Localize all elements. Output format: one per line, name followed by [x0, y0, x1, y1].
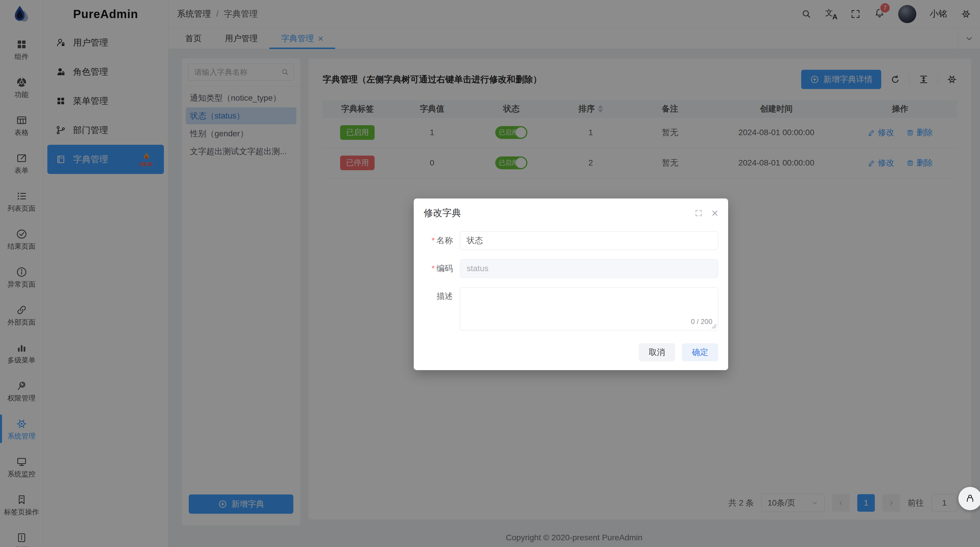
code-label: 编码: [424, 263, 460, 274]
code-input: [460, 259, 718, 278]
maximize-icon[interactable]: [695, 209, 703, 217]
name-input[interactable]: [460, 231, 718, 250]
dialog-tools: ×: [695, 207, 718, 219]
person-arms-up-icon: [964, 492, 976, 505]
code-field-row: 编码: [424, 259, 718, 278]
resize-handle-icon[interactable]: [711, 323, 717, 329]
cancel-button[interactable]: 取消: [639, 343, 675, 361]
name-label: 名称: [424, 235, 460, 246]
desc-textarea[interactable]: [460, 287, 718, 330]
dialog-title: 修改字典: [424, 207, 461, 219]
desc-label: 描述: [424, 287, 460, 302]
confirm-button[interactable]: 确定: [682, 343, 718, 361]
app-screen: 组件 功能 表格: [0, 0, 980, 547]
desc-field-row: 描述 0 / 200: [424, 287, 718, 330]
layout-settings-float-button[interactable]: [958, 487, 980, 510]
name-field-row: 名称: [424, 231, 718, 250]
dialog-form: 名称 编码 描述 0 / 200: [424, 231, 718, 330]
dialog-head: 修改字典 ×: [424, 206, 718, 220]
close-icon[interactable]: ×: [711, 207, 718, 219]
char-counter: 0 / 200: [691, 317, 712, 326]
edit-dict-dialog: 修改字典 × 名称 编码 描述 0 / 200: [414, 198, 728, 370]
dialog-footer: 取消 确定: [424, 343, 718, 361]
